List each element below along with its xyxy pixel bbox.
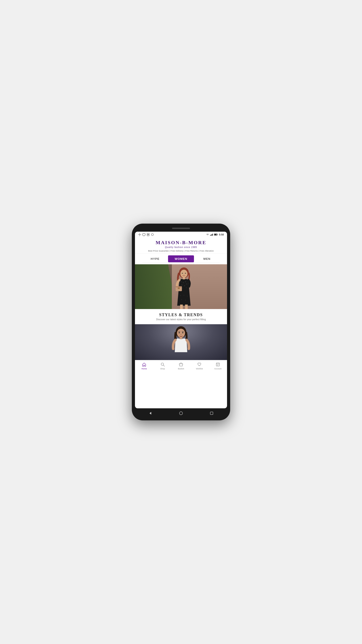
svg-point-38 — [179, 332, 180, 333]
svg-rect-49 — [210, 412, 213, 414]
bottom-navigation: Home Shop — [135, 360, 227, 371]
styles-image — [135, 324, 227, 360]
phone-device: 5:50 MAISON-B-MORE Quality fashion since… — [132, 224, 230, 420]
time-display: 5:50 — [219, 233, 224, 236]
svg-point-39 — [182, 332, 183, 333]
svg-point-3 — [151, 234, 153, 236]
svg-point-24 — [182, 288, 183, 288]
styles-title: STYLES & TRENDS — [139, 312, 223, 317]
svg-rect-35 — [185, 304, 188, 309]
svg-point-48 — [179, 412, 183, 415]
nav-item-wishlist[interactable]: Wishlist — [190, 362, 209, 370]
app-header: MAISON-B-MORE Quality fashion since 1985… — [135, 238, 227, 254]
signal-icon — [210, 234, 213, 236]
brand-name: MAISON-B-MORE — [139, 240, 223, 246]
styles-section: STYLES & TRENDS Discover our latest styl… — [135, 309, 227, 322]
android-back-button[interactable] — [148, 411, 153, 416]
styles-figure — [168, 325, 194, 360]
heart-icon — [197, 362, 202, 367]
svg-point-14 — [185, 273, 186, 274]
svg-point-19 — [186, 284, 187, 284]
search-icon — [160, 362, 165, 367]
basket-icon — [179, 362, 183, 367]
svg-point-0 — [139, 234, 140, 235]
nav-item-home[interactable]: Home — [135, 362, 153, 370]
svg-rect-5 — [211, 234, 211, 236]
svg-point-16 — [181, 281, 181, 282]
svg-point-17 — [183, 282, 184, 283]
wifi-icon — [206, 234, 209, 236]
svg-rect-4 — [210, 235, 211, 236]
hero-banner — [135, 264, 227, 309]
nav-label-home: Home — [141, 368, 147, 370]
svg-point-33 — [185, 300, 186, 300]
svg-point-23 — [186, 288, 187, 288]
nav-label-wishlist: Wishlist — [196, 368, 203, 370]
phone-speaker — [172, 228, 190, 229]
android-home-button[interactable] — [179, 411, 183, 416]
nav-item-shop[interactable]: Shop — [153, 362, 172, 370]
nav-tabs-row: HYPE WOMEN MEN — [142, 255, 220, 262]
sim-icon — [147, 233, 150, 236]
svg-point-20 — [181, 284, 182, 285]
svg-point-12 — [180, 270, 187, 278]
svg-point-32 — [181, 300, 182, 300]
shield-icon — [142, 233, 145, 236]
svg-rect-34 — [180, 304, 183, 309]
category-nav: HYPE WOMEN MEN — [135, 254, 227, 262]
status-icons-left — [138, 233, 154, 236]
tab-women[interactable]: WOMEN — [168, 255, 194, 262]
status-right: 5:50 — [206, 233, 224, 236]
phone-screen: 5:50 MAISON-B-MORE Quality fashion since… — [135, 232, 227, 408]
settings-icon — [138, 233, 141, 236]
nav-label-shop: Shop — [160, 368, 165, 370]
tab-men[interactable]: MEN — [194, 255, 220, 262]
svg-line-42 — [163, 365, 164, 366]
svg-rect-7 — [212, 234, 213, 236]
svg-point-31 — [187, 296, 188, 296]
tab-hype[interactable]: HYPE — [142, 255, 168, 262]
account-icon — [215, 362, 220, 367]
promo-bar: Best Price Guarantee | Free Delivery | F… — [139, 250, 223, 252]
svg-point-18 — [185, 281, 186, 282]
svg-point-29 — [180, 296, 181, 296]
svg-rect-26 — [176, 286, 182, 287]
svg-point-41 — [161, 363, 164, 366]
svg-rect-10 — [214, 234, 217, 235]
nav-item-account[interactable]: Account — [209, 362, 227, 370]
nav-item-basket[interactable]: Basket — [172, 362, 190, 370]
status-bar: 5:50 — [135, 232, 227, 238]
svg-point-28 — [179, 288, 179, 289]
svg-point-13 — [182, 273, 183, 274]
svg-rect-6 — [212, 234, 212, 236]
svg-point-30 — [184, 295, 184, 296]
brand-tagline: Quality fashion since 1985 — [139, 246, 223, 248]
styles-subtitle: Discover our latest styles for your perf… — [139, 318, 223, 321]
nav-label-account: Account — [214, 368, 222, 370]
android-nav-bar — [135, 408, 227, 416]
svg-rect-2 — [148, 234, 149, 235]
hero-figure — [169, 266, 198, 309]
svg-rect-43 — [216, 363, 219, 366]
nav-label-basket: Basket — [178, 368, 184, 370]
home-icon — [142, 362, 147, 367]
circle-icon — [151, 233, 154, 236]
svg-marker-47 — [149, 412, 151, 414]
android-recent-button[interactable] — [209, 411, 214, 416]
svg-point-21 — [184, 285, 185, 286]
battery-icon — [214, 234, 218, 236]
svg-rect-9 — [217, 234, 218, 235]
